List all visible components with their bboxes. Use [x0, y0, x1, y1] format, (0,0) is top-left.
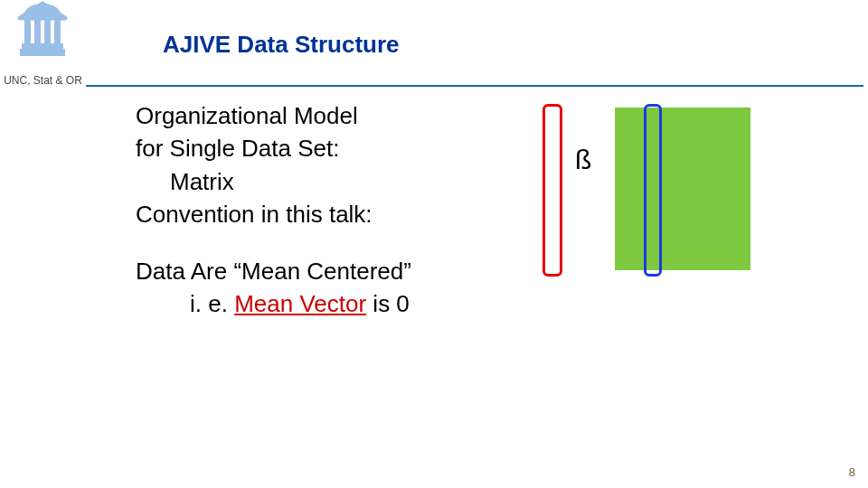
red-column-outline [542, 104, 562, 277]
svg-rect-2 [24, 18, 31, 43]
svg-rect-4 [44, 18, 51, 43]
blue-column-outline [644, 104, 662, 277]
unc-logo [16, 0, 69, 63]
matrix-diagram [538, 104, 773, 276]
page-number: 8 [849, 465, 855, 479]
department-label: UNC, Stat & OR [0, 74, 86, 87]
body-text: Organizational Model for Single Data Set… [136, 99, 533, 320]
line-mean-centered: Data Are “Mean Centered” [136, 255, 533, 287]
svg-rect-3 [34, 18, 41, 43]
left-arrow-icon: ß [575, 145, 591, 175]
green-matrix-block [615, 108, 750, 270]
slide-header: AJIVE Data Structure [0, 0, 868, 68]
svg-rect-1 [22, 43, 63, 49]
svg-rect-5 [54, 18, 61, 43]
text-data-are: Data Are [136, 258, 233, 285]
svg-rect-0 [20, 49, 65, 56]
line-ie-mean-vector: i. e. Mean Vector is 0 [136, 287, 533, 320]
text-mean-vector: Mean Vector [234, 290, 366, 317]
line-single-data-set: for Single Data Set: [136, 132, 533, 164]
line-organizational-model: Organizational Model [136, 99, 533, 132]
blank-line [136, 231, 533, 255]
slide-title: AJIVE Data Structure [163, 31, 400, 59]
text-mean-centered: “Mean Centered” [233, 258, 411, 285]
text-is-zero: is 0 [366, 290, 410, 317]
line-matrix: Matrix [136, 165, 533, 198]
text-ie: i. e. [190, 290, 234, 317]
line-convention: Convention in this talk: [136, 198, 533, 230]
header-rule [86, 85, 863, 87]
